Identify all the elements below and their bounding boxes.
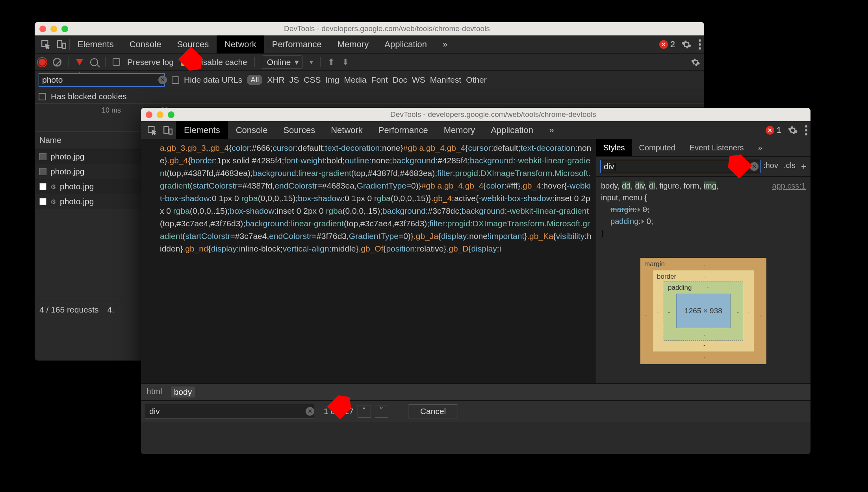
tab-network[interactable]: Network [323,121,371,139]
filter-doc[interactable]: Doc [393,75,407,85]
window-controls [146,111,174,118]
clear-filter-icon[interactable]: ✕ [158,76,167,84]
titlebar[interactable]: DevTools - developers.google.com/web/too… [35,22,704,35]
more-tabs[interactable]: » [541,121,562,139]
hide-data-urls-label: Hide data URLs [184,75,242,85]
titlebar[interactable]: DevTools - developers.google.com/web/too… [141,108,811,121]
error-count: 1 [777,125,781,135]
svg-rect-5 [169,129,172,134]
device-icon[interactable] [54,39,69,50]
file-thumb-icon [39,168,46,175]
file-name: photo.jpg [60,182,94,191]
gear-icon[interactable] [691,57,700,67]
find-input[interactable]: div [145,404,314,419]
filter-xhr[interactable]: XHR [267,75,284,85]
filter-img[interactable]: Img [325,75,339,85]
maximize-icon[interactable] [61,26,68,32]
transfer-size: 4. [108,305,115,314]
request-count: 4 / 165 requests [39,305,99,314]
gear-icon[interactable] [788,125,798,135]
download-har-icon[interactable]: ⬇ [342,57,349,67]
clear-find-icon[interactable]: ✕ [306,407,314,416]
source-code-view[interactable]: a.gb_3.gb_3,.gb_4{color:#666;cursor:defa… [141,139,596,383]
breadcrumb[interactable]: html body [141,383,811,400]
tab-performance[interactable]: Performance [371,121,436,139]
computed-tab[interactable]: Computed [632,139,682,156]
minimize-icon[interactable] [50,26,57,32]
filter-manifest[interactable]: Manifest [430,75,461,85]
blocked-cookies-label: Has blocked cookies [51,92,127,101]
panel-tabs: Elements Console Sources Network Perform… [35,35,704,54]
filter-media[interactable]: Media [344,75,366,85]
css-rule[interactable]: app.css:1 body, dd, div, dl, figure, for… [596,177,811,242]
tab-elements[interactable]: Elements [70,35,122,54]
more-tabs[interactable]: » [435,35,455,54]
window-controls [39,26,68,32]
upload-har-icon[interactable]: ⬆ [328,57,335,67]
filter-all[interactable]: All [247,75,262,85]
find-prev-icon[interactable]: ˄ [358,405,371,418]
styles-tab[interactable]: Styles [596,139,632,156]
filter-ws[interactable]: WS [412,75,425,85]
filter-other[interactable]: Other [466,75,487,85]
tab-memory[interactable]: Memory [436,121,483,139]
clear-icon[interactable] [53,58,61,67]
hov-toggle[interactable]: :hov [763,161,778,172]
rule-source-link[interactable]: app.css:1 [772,180,806,192]
tab-elements[interactable]: Elements [176,121,228,139]
styles-tabs: Styles Computed Event Listeners » [596,139,811,157]
event-listeners-tab[interactable]: Event Listeners [683,139,751,156]
tab-console[interactable]: Console [228,121,276,139]
tab-network[interactable]: Network [217,35,264,54]
blocked-cookies-checkbox[interactable] [39,93,46,100]
filter-css[interactable]: CSS [304,75,321,85]
find-bar: div ✕ 1 of 417 ˄ ˅ Cancel [141,400,811,422]
filter-row-2: Has blocked cookies [35,89,704,104]
tab-memory[interactable]: Memory [330,35,377,54]
filter-font[interactable]: Font [371,75,388,85]
filter-icon[interactable] [76,59,83,65]
throttling-select[interactable]: Online [262,55,302,69]
preserve-log-checkbox[interactable] [113,58,120,66]
kebab-menu-icon[interactable] [699,43,701,46]
search-icon[interactable] [90,58,98,66]
device-icon[interactable] [160,125,176,135]
file-thumb-icon [39,153,46,160]
disable-cache-label: Disable cache [195,57,247,67]
gear-icon[interactable] [681,39,692,50]
devtools-window-elements: DevTools - developers.google.com/web/too… [141,108,811,454]
tab-application[interactable]: Application [377,35,435,54]
inspect-icon[interactable] [144,125,160,135]
file-name: photo.jpg [50,152,84,161]
tab-application[interactable]: Application [483,121,541,139]
find-next-icon[interactable]: ˅ [375,405,388,418]
minimize-icon[interactable] [157,111,163,118]
breadcrumb-item[interactable]: html [147,387,162,398]
filter-input[interactable]: photo [39,73,165,87]
more-tabs[interactable]: » [751,139,770,156]
new-style-rule-icon[interactable]: + [801,161,807,172]
maximize-icon[interactable] [168,111,174,118]
tab-console[interactable]: Console [122,35,169,54]
tab-sources[interactable]: Sources [275,121,323,139]
close-icon[interactable] [146,111,152,118]
svg-rect-2 [63,43,66,48]
box-model[interactable]: margin - - - - border - - - - padding - [596,242,811,383]
cancel-button[interactable]: Cancel [408,404,458,418]
box-model-content: 1265 × 938 [677,294,730,328]
record-icon[interactable] [39,59,46,66]
filter-js[interactable]: JS [289,75,299,85]
tab-performance[interactable]: Performance [264,35,330,54]
hide-data-urls-checkbox[interactable] [172,76,179,84]
window-title: DevTools - developers.google.com/web/too… [74,24,699,33]
cls-toggle[interactable]: .cls [784,161,796,172]
close-icon[interactable] [39,26,46,32]
file-thumb-icon [39,183,46,190]
filter-row: photo ✕ Hide data URLs All XHR JS CSS Im… [35,71,704,89]
inspect-icon[interactable] [38,39,54,50]
error-badge-icon[interactable]: ✕ [766,126,774,135]
kebab-menu-icon[interactable] [805,129,807,131]
service-worker-icon: ⚙ [50,183,56,191]
breadcrumb-item[interactable]: body [171,387,195,398]
error-badge-icon[interactable]: ✕ [659,40,668,49]
